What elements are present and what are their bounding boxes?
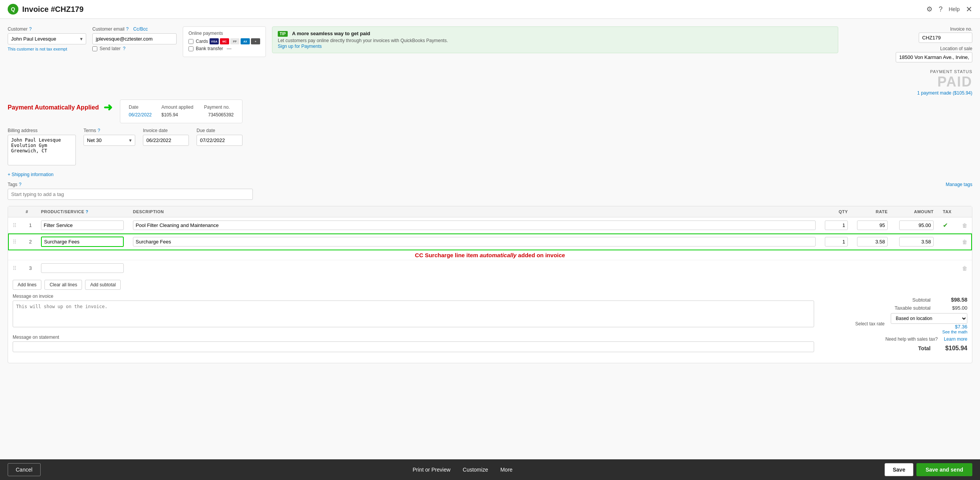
amount-header: Amount applied <box>158 104 201 111</box>
row-3-description <box>128 260 820 276</box>
row-1-tax: ✔ <box>938 217 957 233</box>
customer-dropdown[interactable]: ▾ <box>8 33 86 44</box>
customer-input[interactable] <box>8 34 77 44</box>
row-2-delete-icon[interactable]: 🗑 <box>962 239 967 245</box>
terms-dropdown[interactable]: ▾ <box>84 135 135 146</box>
row-2-desc-input[interactable] <box>133 237 816 247</box>
row-2-rate-input[interactable] <box>857 237 888 247</box>
row-1-delete-icon[interactable]: 🗑 <box>962 222 967 229</box>
customer-email-input[interactable] <box>92 33 177 44</box>
row-1-product-input[interactable] <box>41 220 124 230</box>
billing-row: Billing address John Paul Levesque Evolu… <box>8 128 972 165</box>
payment-no-header: Payment no. <box>201 104 237 111</box>
terms-input[interactable] <box>84 135 126 145</box>
taxable-subtotal-row: Taxable subtotal $95.00 <box>822 305 967 311</box>
help-label[interactable]: Help <box>949 6 960 12</box>
cc-bcc-link[interactable]: Cc/Bcc <box>133 26 148 32</box>
tax-check-icon[interactable]: ✔ <box>943 222 948 229</box>
row-1-qty-input[interactable] <box>825 220 848 230</box>
product-header: PRODUCT/SERVICE ? <box>36 206 128 217</box>
bank-icon: ━━ <box>227 47 231 51</box>
customer-email-group: Customer email ? Cc/Bcc Send later ? <box>92 26 177 51</box>
line-items-section: # PRODUCT/SERVICE ? DESCRIPTION QTY RATE… <box>8 206 972 363</box>
card-icons: VISA MC PP AX + <box>210 38 260 44</box>
tax-rate-select[interactable]: Based on location <box>891 313 967 324</box>
bank-transfer-option: Bank transfer ━━ <box>188 46 260 51</box>
amount-value: $105.94 <box>158 111 201 119</box>
drag-handle-icon[interactable]: ⠿ <box>13 265 16 271</box>
payment-no-value: 7345065392 <box>201 111 237 119</box>
tip-box: TIP A more seamless way to get paid Let … <box>272 26 838 53</box>
taxable-subtotal-label: Taxable subtotal <box>895 305 931 311</box>
tip-description: Let customers pay online directly throug… <box>278 38 833 43</box>
row-2-amount-input[interactable] <box>899 237 934 247</box>
more-button[interactable]: More <box>499 464 514 476</box>
row-1-rate <box>852 217 892 233</box>
row-2-product-input[interactable] <box>41 237 124 247</box>
bank-transfer-checkbox[interactable] <box>188 46 193 51</box>
drag-handle-icon[interactable]: ⠿ <box>13 222 16 229</box>
terms-chevron-icon[interactable]: ▾ <box>126 135 135 145</box>
tags-header: Tags ? Manage tags <box>8 182 972 187</box>
tags-input[interactable] <box>8 189 253 200</box>
table-row: ⠿ 3 🗑 <box>8 260 972 276</box>
row-1-qty <box>820 217 852 233</box>
clear-all-lines-button[interactable]: Clear all lines <box>44 280 82 290</box>
invoice-no-input[interactable] <box>919 33 972 43</box>
gear-icon[interactable]: ⚙ <box>926 5 932 13</box>
customer-chevron-icon[interactable]: ▾ <box>77 34 86 44</box>
shipping-link[interactable]: + Shipping information <box>8 172 54 177</box>
row-3-product <box>36 260 128 276</box>
due-date-input[interactable] <box>197 135 243 146</box>
actions-header <box>957 206 972 217</box>
add-lines-button[interactable]: Add lines <box>13 280 41 290</box>
print-preview-button[interactable]: Print or Preview <box>411 464 452 476</box>
row-2-amount <box>892 233 938 250</box>
close-icon[interactable]: ✕ <box>966 5 972 14</box>
manage-tags-link[interactable]: Manage tags <box>946 182 972 187</box>
footer-left: Cancel <box>8 463 41 476</box>
save-button[interactable]: Save <box>885 463 913 476</box>
row-2-rate <box>852 233 892 250</box>
location-input[interactable] <box>896 52 972 62</box>
payment-status-label: PAYMENT STATUS <box>917 69 972 74</box>
signup-payments-link[interactable]: Sign up for Payments <box>278 44 322 49</box>
row-3-delete-icon[interactable]: 🗑 <box>962 265 967 271</box>
drag-header <box>8 206 21 217</box>
tax-header: TAX <box>938 206 957 217</box>
page-title: Invoice #CHZ179 <box>22 5 84 14</box>
help-icon[interactable]: ? <box>939 5 942 13</box>
row-3-tax <box>938 260 957 276</box>
row-3-amount <box>892 260 938 276</box>
drag-handle-icon[interactable]: ⠿ <box>13 239 16 245</box>
cancel-button[interactable]: Cancel <box>8 463 41 476</box>
row-1-desc-input[interactable] <box>133 220 816 230</box>
tags-help-icon: ? <box>19 182 21 187</box>
date-link[interactable]: 06/22/2022 <box>129 112 152 118</box>
see-math-link[interactable]: See the math <box>942 330 967 334</box>
row-2-num: 2 <box>21 233 36 250</box>
save-and-send-button[interactable]: Save and send <box>916 463 972 476</box>
add-subtotal-button[interactable]: Add subtotal <box>85 280 121 290</box>
cards-label: Cards VISA MC PP AX + <box>196 38 260 44</box>
annotation-arrow-icon: ➜ <box>103 101 112 114</box>
tags-section: Tags ? Manage tags <box>8 182 972 200</box>
learn-more-link[interactable]: Learn more <box>944 336 967 342</box>
cards-checkbox[interactable] <box>188 39 193 44</box>
message-statement-input[interactable] <box>13 341 814 352</box>
payment-made-link[interactable]: 1 payment made ($105.94) <box>917 90 972 96</box>
footer: Cancel Print or Preview Customize More S… <box>0 459 980 480</box>
row-1-amount-input[interactable] <box>899 220 934 230</box>
billing-address-textarea[interactable]: John Paul Levesque Evolution Gym Greenwi… <box>8 135 76 165</box>
row-1-rate-input[interactable] <box>857 220 888 230</box>
terms-group: Terms ? ▾ <box>84 128 135 165</box>
shipping-section: + Shipping information <box>8 171 972 177</box>
row-2-qty-input[interactable] <box>825 237 848 247</box>
message-invoice-textarea[interactable] <box>13 300 814 327</box>
help-tax-row: Need help with sales tax? Learn more <box>822 336 967 342</box>
customize-button[interactable]: Customize <box>461 464 490 476</box>
send-later-checkbox[interactable] <box>92 46 97 51</box>
invoice-date-input[interactable] <box>143 135 189 146</box>
row-3-product-input[interactable] <box>41 263 124 273</box>
cards-option: Cards VISA MC PP AX + <box>188 38 260 44</box>
